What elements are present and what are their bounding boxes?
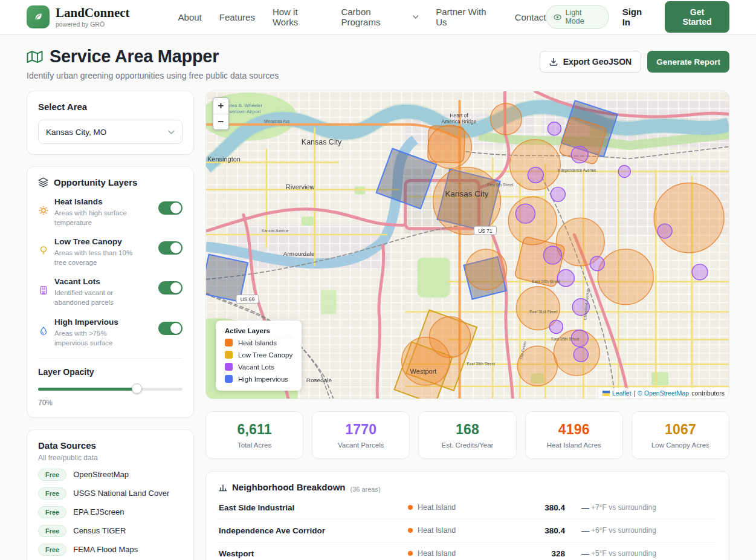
- breakdown-row: Westport Heat Island 328 — +5°F vs surro…: [219, 542, 716, 560]
- nav-item[interactable]: Features: [219, 7, 255, 27]
- opacity-slider[interactable]: [38, 383, 183, 394]
- stat-label: Est. Credits/Year: [424, 441, 511, 449]
- heat-island-dot: [408, 528, 413, 533]
- get-started-button[interactable]: Get Started: [665, 1, 729, 33]
- map-place-label: Kensington: [207, 155, 241, 163]
- layer-toggle[interactable]: [158, 322, 183, 335]
- zoom-in-button[interactable]: +: [213, 98, 228, 114]
- stat-label: Low Canopy Acres: [637, 441, 724, 449]
- heat-island-dot: [408, 505, 413, 510]
- stat-card: 1770 Vacant Parcels: [312, 411, 410, 459]
- layer-toggle[interactable]: [158, 201, 183, 215]
- stat-value: 4196: [531, 422, 618, 438]
- map-place-label: Kansas City: [302, 138, 342, 146]
- neighborhood-name: Westport: [219, 549, 408, 558]
- layer-description: Areas with >75% impervious surface: [54, 328, 134, 348]
- map-place-label: Minnesota Ave: [264, 119, 290, 123]
- legend-item: Low Tree Canopy: [225, 351, 292, 359]
- leaf-icon: [27, 5, 50, 28]
- stat-card: 4196 Heat Island Acres: [525, 411, 623, 459]
- light-mode-label: Light Mode: [565, 8, 601, 25]
- building-icon: [39, 285, 48, 298]
- map-place-label: Independence Avenue: [557, 168, 596, 173]
- light-mode-toggle[interactable]: Light Mode: [546, 5, 609, 29]
- nav-item[interactable]: How it Works: [273, 7, 323, 27]
- leaflet-link[interactable]: Leaflet: [612, 389, 632, 397]
- route-shield: US 71: [474, 226, 496, 235]
- map-attribution: Leaflet | © OpenStreetMap contributors: [598, 388, 729, 399]
- data-source-name: Census TIGER: [73, 526, 126, 535]
- map-container[interactable]: US 71US 69 Charles B. WheelerDowntown Ai…: [205, 91, 729, 399]
- slider-fill: [38, 388, 139, 391]
- osm-link[interactable]: © OpenStreetMap: [638, 389, 689, 397]
- stat-card: 1067 Low Canopy Acres: [632, 411, 729, 459]
- neighborhood-name: Independence Ave Corridor: [219, 526, 408, 535]
- nav-item[interactable]: Carbon Programs: [341, 7, 418, 27]
- row-type: Heat Island: [408, 503, 514, 512]
- map-place-label: America Bridge: [442, 119, 477, 125]
- layer-toggle[interactable]: [158, 241, 183, 255]
- layer-toggle[interactable]: [158, 281, 183, 295]
- nav-item[interactable]: Partner With Us: [436, 7, 497, 27]
- zoom-out-button[interactable]: −: [213, 114, 228, 129]
- neighborhood-breakdown-card: Neighborhood Breakdown (36 areas) East S…: [205, 471, 729, 560]
- map-place-label: Rosedale: [306, 377, 332, 383]
- stat-value: 1770: [317, 422, 404, 438]
- stats-row: 6,611 Total Acres 1770 Vacant Parcels 16…: [205, 411, 729, 459]
- export-geojson-button[interactable]: Export GeoJSON: [540, 51, 642, 73]
- layers-title: Opportunity Layers: [54, 177, 137, 187]
- tree-icon: [39, 246, 48, 258]
- map-place-label: East 31st Street: [529, 310, 557, 314]
- opacity-label: Layer Opacity: [38, 367, 183, 377]
- stat-label: Vacant Parcels: [317, 441, 404, 449]
- layer-description: Areas with high surface temperature: [54, 208, 134, 227]
- legend-item: High Impervious: [225, 375, 292, 383]
- legend-title: Active Layers: [225, 327, 292, 334]
- brand-tagline: powered by GRŌ: [56, 21, 130, 28]
- data-sources-card: Data Sources All free/public data Free O…: [27, 429, 194, 560]
- brand-logo[interactable]: LandConnect powered by GRŌ: [27, 5, 130, 28]
- legend-swatch: [225, 375, 233, 383]
- layer-description: Areas with less than 10% tree coverage: [54, 248, 134, 267]
- breakdown-row: East Side Industrial Heat Island 380.4 —…: [219, 497, 716, 519]
- sidebar: Select Area Kansas City, MO Opportunity …: [27, 91, 194, 560]
- data-source-item: Free EPA EJScreen: [38, 506, 183, 518]
- layer-item: Low Tree Canopy Areas with less than 10%…: [38, 237, 183, 267]
- map-place-label: East 35th Street: [551, 337, 580, 341]
- row-note: — +5°F vs surrounding: [565, 549, 716, 558]
- eye-icon: [554, 13, 561, 21]
- breakdown-row: Independence Ave Corridor Heat Island 38…: [219, 519, 716, 542]
- map-place-label: Kansas City: [445, 189, 489, 198]
- nav-item[interactable]: About: [178, 7, 202, 27]
- opportunity-layers-card: Opportunity Layers Heat Islands Areas wi…: [27, 166, 194, 418]
- breakdown-title: Neighborhood Breakdown: [232, 482, 346, 492]
- layer-description: Identified vacant or abandoned parcels: [54, 288, 134, 307]
- map-place-label: East 39th Street: [467, 362, 496, 366]
- layer-name: Vacant Lots: [54, 277, 153, 286]
- legend-swatch: [225, 351, 233, 359]
- map-place-label: Armourdale: [283, 250, 315, 257]
- stat-label: Total Acres: [211, 441, 298, 449]
- download-icon: [549, 57, 558, 66]
- layer-name: Low Tree Canopy: [54, 237, 153, 246]
- slider-knob[interactable]: [132, 383, 142, 394]
- generate-report-button[interactable]: Generate Report: [647, 51, 729, 73]
- sun-icon: [39, 206, 48, 218]
- map-place-label: Westport: [410, 368, 437, 375]
- svg-text:US 69: US 69: [241, 296, 255, 302]
- stat-label: Heat Island Acres: [531, 441, 618, 449]
- data-source-item: Free USGS National Land Cover: [38, 487, 183, 500]
- legend-swatch: [225, 363, 233, 371]
- row-value: 328: [514, 549, 565, 558]
- page-subtitle: Identify urban greening opportunities us…: [27, 71, 279, 80]
- nav-item[interactable]: Contact: [515, 7, 546, 27]
- data-source-item: Free FEMA Flood Maps: [38, 544, 183, 556]
- stat-value: 6,611: [211, 422, 298, 438]
- attribution-separator: |: [634, 389, 636, 397]
- row-type: Heat Island: [408, 549, 514, 558]
- stat-value: 1067: [637, 422, 724, 438]
- area-select[interactable]: Kansas City, MO: [38, 120, 183, 144]
- data-source-item: Free Census TIGER: [38, 525, 183, 537]
- stat-card: 168 Est. Credits/Year: [418, 411, 516, 459]
- sign-in-link[interactable]: Sign In: [622, 7, 651, 27]
